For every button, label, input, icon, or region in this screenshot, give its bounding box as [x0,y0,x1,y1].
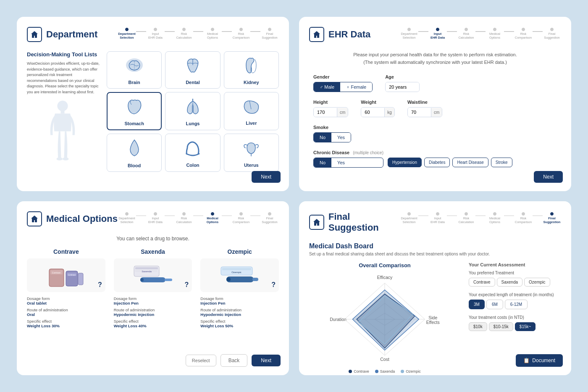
final-subtitle: Medical Dash Board [309,242,561,250]
chronic-yes-btn[interactable]: Yes [331,158,351,167]
contrave-drug-svg: Contrave Contrave [47,263,85,288]
height-input[interactable] [314,108,337,117]
final-line-2 [447,216,457,216]
med-line-2 [165,216,175,216]
reselect-button[interactable]: Reselect [186,355,216,366]
preferred-ozempic[interactable]: Ozempic [524,278,550,287]
ozempic-dosage-value: Injection Pen [200,301,279,305]
med-step-5: RiskComparison [232,212,250,224]
svg-point-18 [140,278,144,282]
weight-input[interactable] [361,108,384,117]
saxenda-drug-svg: Saxenda [132,263,174,288]
ehr-step-3: RiskCalculation [457,28,475,39]
duration-3m-btn[interactable]: 3M [469,300,485,309]
weight-input-wrapper: kg [361,107,395,117]
dept-next-button[interactable]: Next [252,171,281,183]
smoke-yes-btn[interactable]: Yes [331,133,351,142]
height-input-wrapper: cm [313,107,348,117]
duration-6m-btn[interactable]: 6M [486,300,503,309]
saxenda-route-label: Route of administration [114,308,192,312]
organ-uterus[interactable]: Uterus [224,134,279,172]
smoke-no-btn[interactable]: No [314,133,331,142]
step-label-3: RiskCalculation [175,32,193,39]
final-step-2: InputEHR Data [428,212,447,224]
svg-text:Contrave: Contrave [68,274,76,276]
duration-612m-btn[interactable]: 6-12M [505,300,528,309]
chronic-heartdisease-btn[interactable]: Heart Disease [452,158,488,167]
final-panel: Final Suggestion DepartmentSelection Inp… [299,201,571,376]
ehr-panel: EHR Data DepartmentSelection InputEHR Da… [299,17,571,191]
organ-liver[interactable]: Liver [224,92,279,130]
organ-blood[interactable]: Blood [107,134,162,172]
contrave-route-value: Oral [27,312,105,317]
radar-title: Overall Comparison [309,262,460,268]
cost-10k-btn[interactable]: $10k [469,322,487,331]
legend-label-saxenda: Saxenda [380,369,395,374]
saxenda-image[interactable]: Saxenda ? [114,258,192,292]
svg-rect-17 [165,279,172,281]
radar-chart: Efficacy Side Effects Cost Duration [309,272,460,364]
final-slabel-5: RiskComparison [514,216,533,224]
panel3-top-row: Medical Options DepartmentSelection Inpu… [27,211,279,232]
stomach-label: Stomach [124,121,144,126]
saxenda-dosage-label: Dosage form [114,296,192,301]
saxenda-route-value: Hypodermic Injection [114,312,192,317]
organ-kidney[interactable]: Kidney [224,51,279,89]
chronic-diabetes-btn[interactable]: Diabetes [424,158,450,167]
chronic-stroke-btn[interactable]: Stroke [491,158,512,167]
chronic-hypertension-btn[interactable]: Hypertension [388,158,422,167]
height-label: Height [313,100,348,105]
gender-female-btn[interactable]: ♀ Female [340,82,372,92]
svg-rect-23 [252,278,258,281]
organ-dental[interactable]: Dental [165,51,220,89]
smoke-label: Smoke [313,125,351,130]
final-line-1 [418,216,428,216]
legend-dot-contrave [349,370,352,373]
svg-text:Cost: Cost [380,357,389,362]
final-slabel-3: RiskCalculation [457,216,475,224]
contrave-image[interactable]: Contrave Contrave ? [27,258,105,292]
final-dot-2 [436,212,439,216]
organ-lungs[interactable]: Lungs [165,92,220,130]
med-back-button[interactable]: Back [220,354,248,367]
med-dot-5 [239,212,243,216]
ehr-next-button[interactable]: Next [534,171,563,183]
ehr-line-4 [504,31,514,32]
drugs-row: Contrave Contrave Contrave ? Dosage form… [27,248,279,330]
preferred-contrave[interactable]: Contrave [469,278,495,287]
legend-ozempic: Ozempic [401,369,421,374]
legend-dot-ozempic [401,370,404,373]
preferred-saxenda[interactable]: Saxenda [497,278,522,287]
med-label-s5: RiskComparison [232,216,250,224]
svg-text:Contrave: Contrave [52,271,61,274]
chronic-sublabel: (multiple choice) [353,150,383,155]
ehr-step-4: MedicalOptions [486,28,504,39]
ehr-dot-3 [465,28,468,31]
organ-stomach[interactable]: Stomach [107,92,162,130]
saxenda-question[interactable]: ? [185,281,189,289]
cost-15k-btn[interactable]: $15k~ [515,322,536,331]
ozempic-question[interactable]: ? [271,281,276,289]
age-input[interactable] [386,82,419,92]
panel2-header: EHR Data [309,27,370,42]
chronic-no-btn[interactable]: No [314,158,331,167]
med-dot-3 [182,212,186,216]
med-description: You can select a drug to browse. [27,236,279,242]
gender-male-btn[interactable]: ♂ Male [314,82,340,92]
dept-title: Department [46,29,97,40]
med-line-3 [193,216,203,216]
step-label-2: InputEHR Data [146,32,165,39]
legend-contrave: Contrave [349,369,369,374]
ozempic-image[interactable]: Ozempic ? [200,258,279,292]
contrave-question[interactable]: ? [98,281,102,289]
ehr-stepper: DepartmentSelection InputEHR Data RiskCa… [400,27,561,39]
step-dept-2: InputEHR Data [146,28,165,39]
document-button[interactable]: 📋 Document [516,354,563,367]
uterus-icon [242,139,261,161]
weight-label: Weight [361,100,395,105]
organ-brain[interactable]: Brain [107,51,162,89]
med-next-button[interactable]: Next [252,355,281,366]
organ-colon[interactable]: Colon [165,134,220,172]
cost-1015k-btn[interactable]: $10-15k [489,322,513,331]
waistline-input[interactable] [408,108,431,117]
